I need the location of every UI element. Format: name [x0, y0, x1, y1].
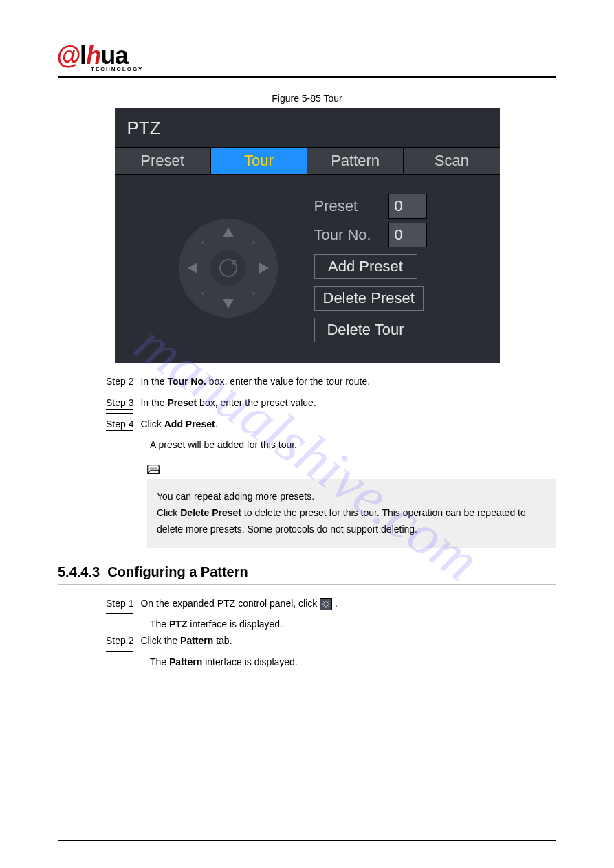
step-2-label: Step 2 — [106, 374, 133, 392]
footer-divider — [58, 840, 556, 841]
logo-at: @ — [56, 41, 80, 70]
section-number: 5.4.4.3 — [58, 564, 100, 579]
svg-point-8 — [201, 241, 204, 244]
gear-icon — [320, 598, 332, 610]
sec-step-1-label: Step 1 — [106, 596, 133, 614]
tab-scan[interactable]: Scan — [404, 148, 499, 174]
svg-point-15 — [325, 603, 327, 605]
svg-line-23 — [327, 601, 329, 603]
svg-point-11 — [252, 292, 255, 295]
note-icon — [147, 465, 160, 475]
svg-point-1 — [210, 250, 246, 286]
step-2-text: In the Tour No. box, enter the value for… — [140, 374, 556, 392]
sec-step-1-sub: The PTZ interface is displayed. — [150, 616, 556, 633]
ptz-tabs: Preset Tour Pattern Scan — [115, 147, 500, 175]
sec-step-2-label: Step 2 — [106, 633, 133, 652]
add-preset-button[interactable]: Add Preset — [314, 254, 417, 279]
tourno-input[interactable]: 0 — [388, 223, 427, 247]
sec-step-1-text: On the expanded PTZ control panel, click… — [140, 596, 556, 614]
step-3-label: Step 3 — [106, 395, 133, 414]
preset-input[interactable]: 0 — [388, 194, 427, 219]
section-title: Configuring a Pattern — [107, 564, 248, 579]
delete-preset-button[interactable]: Delete Preset — [314, 286, 424, 311]
step-4-sub: A preset will be added for this tour. — [150, 437, 556, 454]
logo-subtext: TECHNOLOGY — [91, 66, 556, 72]
ptz-window-title: PTZ — [115, 108, 500, 147]
ptz-window: PTZ Preset Tour Pattern Scan — [115, 108, 500, 363]
note-line-1: You can repeat adding more presets. — [157, 489, 547, 505]
sec-step-2-sub: The Pattern interface is displayed. — [150, 654, 556, 671]
figure-caption: Figure 5-85 Tour — [58, 93, 556, 104]
dpad-icon — [177, 216, 280, 320]
tab-tour[interactable]: Tour — [211, 148, 307, 174]
note-box: You can repeat adding more presets. Clic… — [147, 479, 556, 547]
note-line-2: Click Delete Preset to delete the preset… — [157, 505, 547, 538]
step-4-text: Click Add Preset. — [140, 416, 556, 435]
svg-point-10 — [201, 292, 204, 295]
logo-l: l — [80, 41, 86, 70]
delete-tour-button[interactable]: Delete Tour — [314, 318, 417, 342]
svg-line-22 — [324, 605, 325, 607]
step-3-text: In the Preset box, enter the preset valu… — [140, 395, 556, 414]
section-heading: 5.4.4.3 Configuring a Pattern — [58, 564, 556, 585]
brand-logo: @lhua TECHNOLOGY — [58, 41, 556, 72]
tourno-label: Tour No. — [314, 226, 383, 244]
tab-preset[interactable]: Preset — [115, 148, 211, 174]
svg-line-21 — [327, 605, 329, 607]
sec-step-2-text: Click the Pattern tab. — [140, 633, 556, 652]
header-divider — [58, 76, 556, 78]
tab-pattern[interactable]: Pattern — [307, 148, 404, 174]
svg-point-9 — [252, 241, 255, 244]
ptz-direction-pad[interactable] — [170, 194, 287, 342]
step-4-label: Step 4 — [106, 416, 133, 435]
svg-line-20 — [324, 601, 325, 603]
preset-label: Preset — [314, 197, 383, 215]
